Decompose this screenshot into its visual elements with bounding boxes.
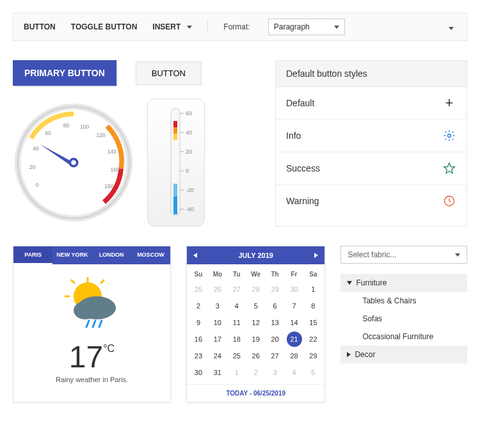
calendar-day[interactable]: 27 [268, 348, 283, 364]
calendar-next-button[interactable] [314, 253, 318, 258]
calendar-day[interactable]: 3 [210, 298, 225, 314]
weather-tab-moscow[interactable]: MOSCOW [131, 246, 170, 264]
format-value: Paragraph [274, 22, 310, 31]
calendar-day[interactable]: 5 [248, 298, 264, 314]
linear-gauge-thermometer: 60 40 20 0 -20 -40 [147, 99, 205, 227]
weather-caption: Rainy weather in Paris. [20, 376, 164, 383]
calendar-day[interactable]: 30 [287, 282, 302, 297]
chevron-down-icon [187, 26, 192, 29]
calendar-day[interactable]: 23 [191, 348, 206, 364]
calendar-dow: Th [266, 268, 284, 280]
calendar-day[interactable]: 12 [248, 315, 264, 330]
calendar-day[interactable]: 26 [210, 282, 225, 297]
svg-text:-20: -20 [186, 187, 194, 193]
clock-icon [442, 194, 456, 208]
calendar-day[interactable]: 20 [268, 332, 283, 347]
tree-item[interactable]: Decor [340, 346, 467, 364]
svg-text:160: 160 [110, 166, 120, 173]
combobox-placeholder: Select fabric... [348, 250, 396, 259]
svg-line-39 [100, 280, 104, 284]
calendar-day[interactable]: 29 [268, 282, 283, 297]
calendar-day[interactable]: 14 [287, 315, 302, 330]
calendar-dow: We [247, 268, 265, 280]
calendar-day[interactable]: 21 [287, 332, 302, 347]
panel-row-label: Info [286, 131, 301, 141]
star-icon [442, 161, 456, 175]
calendar-day[interactable]: 2 [191, 298, 206, 314]
calendar-day[interactable]: 31 [210, 365, 225, 380]
calendar-day[interactable]: 8 [305, 298, 321, 314]
calendar-today-link[interactable]: TODAY - 06/25/2019 [187, 384, 324, 402]
svg-rect-19 [173, 134, 177, 140]
tree-item[interactable]: Tables & Chairs [340, 292, 467, 310]
calendar-grid: SuMoTuWeThFrSa25262728293012345678910111… [187, 264, 324, 384]
calendar-dow: Sa [304, 268, 322, 280]
calendar-day[interactable]: 26 [248, 348, 264, 364]
svg-rect-17 [173, 121, 177, 127]
secondary-button[interactable]: BUTTON [136, 61, 202, 85]
calendar-day[interactable]: 27 [229, 282, 244, 297]
calendar: JULY 2019 SuMoTuWeThFrSa2526272829301234… [186, 246, 325, 403]
primary-button[interactable]: PRIMARY BUTTON [13, 60, 116, 86]
svg-text:60: 60 [45, 130, 51, 136]
toolbar-insert[interactable]: INSERT [152, 22, 192, 31]
svg-text:80: 80 [63, 122, 70, 129]
panel-row-default[interactable]: Default + [276, 87, 467, 120]
tree-item[interactable]: Sofas [340, 310, 467, 328]
tree-item[interactable]: Furniture [340, 274, 467, 292]
chevron-down-icon [334, 26, 339, 29]
calendar-day[interactable]: 6 [268, 298, 283, 314]
panel-header: Default button styles [276, 61, 467, 87]
tree-item[interactable]: Occasional Furniture [340, 328, 467, 346]
weather-tab-paris[interactable]: PARIS [13, 246, 52, 264]
svg-text:100: 100 [80, 124, 90, 130]
calendar-day[interactable]: 1 [229, 365, 244, 380]
calendar-day[interactable]: 3 [268, 365, 283, 380]
calendar-day[interactable]: 30 [191, 365, 206, 380]
chevron-down-icon [455, 253, 460, 257]
panel-row-info[interactable]: Info [276, 120, 467, 152]
calendar-prev-button[interactable] [193, 253, 197, 258]
calendar-day[interactable]: 25 [229, 348, 244, 364]
svg-line-38 [71, 280, 75, 284]
tree-item-label: Decor [355, 350, 375, 359]
calendar-day[interactable]: 24 [210, 348, 225, 364]
toolbar-button[interactable]: BUTTON [24, 22, 56, 31]
calendar-day[interactable]: 4 [229, 298, 244, 314]
weather-icon-rainy [57, 275, 127, 332]
calendar-day[interactable]: 28 [287, 348, 302, 364]
calendar-day[interactable]: 19 [248, 332, 264, 347]
weather-tab-london[interactable]: LONDON [92, 246, 131, 264]
calendar-day[interactable]: 29 [305, 348, 321, 364]
calendar-day[interactable]: 2 [248, 365, 264, 380]
radial-gauge: 0 20 40 60 80 100 120 140 160 180 [13, 102, 134, 223]
weather-tab-newyork[interactable]: NEW YORK [52, 246, 92, 264]
panel-row-success[interactable]: Success [276, 152, 467, 185]
calendar-day[interactable]: 5 [305, 365, 321, 380]
panel-row-label: Default [286, 98, 314, 108]
calendar-day[interactable]: 13 [268, 315, 283, 330]
calendar-day[interactable]: 1 [305, 282, 321, 297]
calendar-day[interactable]: 28 [248, 282, 264, 297]
calendar-day[interactable]: 18 [229, 332, 244, 347]
fabric-combobox[interactable]: Select fabric... [340, 246, 467, 264]
toolbar-trailing-dropdown[interactable] [446, 22, 456, 32]
toolbar-toggle-button[interactable]: TOGGLE BUTTON [71, 22, 138, 31]
calendar-dow: Fr [285, 268, 303, 280]
calendar-day[interactable]: 17 [210, 332, 225, 347]
calendar-day[interactable]: 22 [305, 332, 321, 347]
calendar-day[interactable]: 9 [191, 315, 206, 330]
calendar-day[interactable]: 4 [287, 365, 302, 380]
format-label: Format: [223, 22, 250, 31]
calendar-day[interactable]: 25 [191, 282, 206, 297]
calendar-day[interactable]: 15 [305, 315, 321, 330]
svg-text:20: 20 [186, 148, 192, 155]
calendar-day[interactable]: 16 [191, 332, 206, 347]
calendar-day[interactable]: 7 [287, 298, 302, 314]
calendar-title: JULY 2019 [238, 252, 273, 259]
button-styles-panel: Default button styles Default + Info Suc… [275, 60, 467, 227]
calendar-day[interactable]: 10 [210, 315, 225, 330]
calendar-day[interactable]: 11 [229, 315, 244, 330]
panel-row-warning[interactable]: Warning [276, 185, 467, 217]
format-select[interactable]: Paragraph [268, 19, 345, 35]
